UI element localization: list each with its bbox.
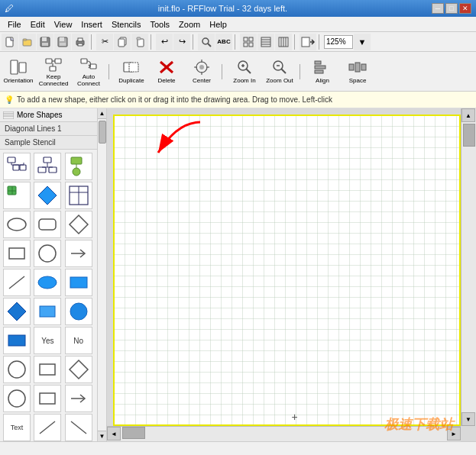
shape-sq-empty[interactable] <box>3 240 31 267</box>
maximize-button[interactable]: □ <box>445 3 458 14</box>
svg-marker-97 <box>8 302 26 321</box>
menu-view[interactable]: View <box>50 18 77 31</box>
sample-stencil-section[interactable]: Sample Stencil <box>0 136 97 150</box>
shape-diamond-icon[interactable] <box>34 182 61 209</box>
drawing-canvas[interactable] <box>113 115 461 426</box>
keep-connected-button[interactable]: KeepConnected <box>37 54 70 89</box>
menu-file[interactable]: File <box>3 18 26 31</box>
shape-yes-text[interactable]: Yes <box>34 327 61 354</box>
svg-point-99 <box>70 303 87 320</box>
zoom-dropdown[interactable]: ▼ <box>354 34 371 50</box>
keep-connected-label: KeepConnected <box>39 74 69 88</box>
menu-edit[interactable]: Edit <box>26 18 50 31</box>
space-label: Space <box>349 77 367 84</box>
find-button[interactable] <box>198 34 215 50</box>
cut-button[interactable]: ✂ <box>96 34 113 50</box>
space-button[interactable]: Space <box>341 54 374 89</box>
svg-rect-39 <box>81 59 87 63</box>
shape-rect-yes[interactable] <box>3 327 31 354</box>
svg-rect-42 <box>129 63 138 72</box>
grid-btn3[interactable] <box>275 34 292 50</box>
save2-button[interactable] <box>54 34 71 50</box>
svg-rect-18 <box>244 37 248 41</box>
svg-rect-74 <box>38 167 46 173</box>
new-button[interactable] <box>2 34 18 50</box>
save-button-tb[interactable] <box>37 34 53 50</box>
menu-zoom[interactable]: Zoom <box>174 18 205 31</box>
shape-rect-rounded-empty[interactable] <box>34 211 61 238</box>
center-button[interactable]: Center <box>185 54 219 89</box>
menu-insert[interactable]: Insert <box>76 18 107 31</box>
shape-arrow-right[interactable] <box>65 240 92 267</box>
shape-arrow-right2[interactable] <box>65 385 92 412</box>
menu-tools[interactable]: Tools <box>145 18 174 31</box>
svg-rect-60 <box>315 70 323 73</box>
orientation-button[interactable]: Orientation <box>2 54 35 89</box>
zoom-in-button[interactable]: Zoom In <box>228 54 261 89</box>
open-button[interactable] <box>19 34 36 50</box>
sidebar-scrollbar[interactable]: ▲ ▼ <box>97 108 106 441</box>
hscroll-right[interactable]: ► <box>447 427 461 440</box>
close-button[interactable]: ✕ <box>459 3 471 14</box>
zoom-input[interactable]: 125% <box>324 35 353 49</box>
sidebar-scroll-track <box>98 119 106 431</box>
shape-table-icon[interactable] <box>65 182 92 209</box>
shape-diamond-blue2[interactable] <box>3 298 31 325</box>
shape-rect-outline2[interactable] <box>34 385 61 412</box>
shape-circle-outline2[interactable] <box>3 385 31 412</box>
undo-button[interactable]: ↩ <box>156 34 173 50</box>
menu-help[interactable]: Help <box>205 18 232 31</box>
shape-ellipse-empty[interactable] <box>3 211 31 238</box>
shape-rect-blue[interactable] <box>65 269 92 296</box>
hscroll-thumb[interactable] <box>122 427 145 439</box>
print-button[interactable] <box>72 34 89 50</box>
export-button[interactable] <box>300 34 316 50</box>
redo-button[interactable]: ↪ <box>173 34 190 50</box>
shape-diamond-outline[interactable] <box>65 356 92 383</box>
shape-diag-line2[interactable] <box>34 414 61 441</box>
canvas-grid <box>114 115 460 425</box>
copy-button[interactable] <box>114 34 131 50</box>
diagonal-lines-section[interactable]: Diagonal Lines 1 <box>0 122 97 136</box>
paste-button[interactable] <box>131 34 148 50</box>
zoom-out-button[interactable]: Zoom Out <box>263 54 296 89</box>
delete-button[interactable]: Delete <box>150 54 183 89</box>
grid-btn1[interactable] <box>240 34 257 50</box>
canvas-vscroll[interactable]: ▲ ▼ <box>461 108 476 426</box>
vscroll-down[interactable]: ▼ <box>461 412 475 426</box>
hscroll-left[interactable]: ◄ <box>107 427 121 440</box>
shape-no-text[interactable]: No <box>65 327 92 354</box>
svg-point-79 <box>73 168 80 176</box>
auto-connect-button[interactable]: AutoConnect <box>72 54 105 89</box>
menu-stencils[interactable]: Stencils <box>107 18 146 31</box>
sidebar-scroll-down[interactable]: ▼ <box>98 431 106 441</box>
shape-org2[interactable] <box>34 153 61 180</box>
more-shapes-header[interactable]: More Shapes <box>0 108 97 122</box>
shape-diag-line3[interactable] <box>65 414 92 441</box>
svg-line-57 <box>281 69 286 73</box>
align-button[interactable]: Align <box>306 54 339 89</box>
vscroll-up[interactable]: ▲ <box>461 108 475 122</box>
duplicate-button[interactable]: Duplicate <box>115 54 148 89</box>
sidebar-scroll-up[interactable]: ▲ <box>98 108 106 119</box>
canvas-hscroll[interactable]: ◄ ► <box>107 426 461 441</box>
shape-circle-outline[interactable] <box>3 356 31 383</box>
shape-diamond-empty[interactable] <box>65 211 92 238</box>
shape-circle-empty[interactable] <box>34 240 61 267</box>
grid-btn2[interactable] <box>257 34 274 50</box>
sidebar-scroll-thumb[interactable] <box>99 121 106 144</box>
shape-rect-blue2[interactable] <box>34 298 61 325</box>
drawing-canvas-area[interactable]: + 极速下载站 ▲ ▼ ◄ ► <box>107 108 476 441</box>
vscroll-thumb[interactable] <box>463 124 475 147</box>
minimize-button[interactable]: ─ <box>432 3 444 14</box>
shape-org1[interactable] <box>3 153 31 180</box>
shape-text-label[interactable]: Text <box>3 414 31 441</box>
shape-rect-outline[interactable] <box>34 356 61 383</box>
shape-img-1[interactable] <box>3 182 31 209</box>
shape-diag-line[interactable] <box>3 269 31 296</box>
shape-circle-blue[interactable] <box>65 298 92 325</box>
shape-ellipse-blue[interactable] <box>34 269 61 296</box>
shape-person[interactable] <box>65 153 92 180</box>
spell-button[interactable]: ABC <box>215 34 232 50</box>
svg-marker-84 <box>38 186 57 205</box>
